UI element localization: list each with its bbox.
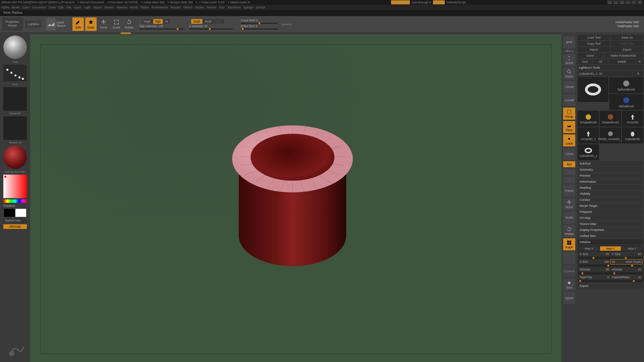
menu-macro[interactable]: Macro (93, 6, 102, 9)
zadd-button[interactable]: Zadd (191, 19, 202, 24)
swatch-white[interactable] (15, 209, 26, 217)
export-button[interactable]: Export (611, 47, 643, 52)
rgb-button[interactable]: Rgb (153, 19, 163, 24)
tool-thumb-alphabrush[interactable]: AlphaBrush (609, 94, 643, 110)
cylinder-mesh[interactable] (232, 105, 353, 273)
section-export[interactable]: Export (578, 283, 643, 289)
menu-zplugin[interactable]: Zplugin (244, 6, 254, 9)
close-button[interactable]: ✕ (637, 0, 643, 4)
hue-slider[interactable] (3, 199, 27, 203)
seethrough-slider[interactable]: See-through 0 (412, 1, 431, 4)
solo-button[interactable]: Solo (563, 279, 575, 291)
dynamic-button[interactable]: Dynamic (563, 265, 575, 277)
hdivide-param[interactable]: HDivide35 (579, 267, 610, 272)
import-button[interactable]: Import (578, 47, 610, 52)
lightbox-tools-header[interactable]: Lightbox> Tools (578, 65, 643, 70)
minimize-button[interactable]: — (625, 0, 631, 4)
m-button[interactable]: M (163, 19, 170, 24)
lightbox-button[interactable]: LightBox (25, 21, 42, 27)
tool-thumb-arrow3d[interactable]: Arrow3D (622, 111, 643, 127)
spix-label[interactable]: SPix 3 (565, 50, 573, 53)
material-preview[interactable] (3, 145, 27, 169)
copy-tool-button[interactable]: Copy Tool (578, 41, 610, 46)
bpr-button[interactable]: BPR (563, 36, 575, 48)
section-masking[interactable]: Masking (578, 185, 643, 190)
goz-visible-button[interactable]: Visible (608, 59, 635, 64)
aahalf-button[interactable]: AAHalf (563, 94, 575, 106)
tool-thumb-arrow3d-1[interactable]: Arrow3D_1 (578, 127, 599, 143)
window-button[interactable]: ▢ (619, 0, 625, 4)
menu-file[interactable]: File (66, 6, 71, 9)
rotate-nav-button[interactable]: Rotate (563, 225, 575, 237)
switchcolor-button[interactable]: SwitchColor (3, 218, 27, 223)
window-button[interactable]: ▢ (607, 0, 612, 4)
y-size-param[interactable]: Y Size50 (611, 252, 642, 256)
save-as-button[interactable]: Save As (611, 35, 643, 40)
projection-master-button[interactable]: Projection Master (2, 17, 23, 31)
menu-marker[interactable]: Marker (104, 6, 114, 9)
quicksave-button[interactable]: QuickSave (391, 0, 410, 4)
r-button-2[interactable]: R (633, 71, 643, 76)
edit-mode-button[interactable]: Edit (72, 17, 84, 31)
tool-thumb-cylinder3d-1[interactable]: Cylinder3D_1 (578, 144, 599, 160)
inner-radius-param[interactable]: 68Inner Radiu (611, 259, 642, 264)
menu-edit[interactable]: Edit (58, 6, 64, 9)
menu-layer[interactable]: Layer (74, 6, 82, 9)
section-display-properties[interactable]: Display Properties (578, 227, 643, 233)
local-button[interactable]: Local (563, 134, 575, 146)
r-button[interactable]: R (636, 59, 643, 64)
persp-button[interactable]: Persp (563, 108, 575, 120)
section-morph-target[interactable]: Morph Target (578, 203, 643, 208)
menu-stencil[interactable]: Stencil (183, 6, 192, 9)
alpha-preview[interactable] (3, 87, 27, 111)
zoom-button[interactable]: Zoom (563, 67, 575, 79)
xpose-button[interactable]: Xpose (563, 292, 575, 304)
section-uv-map[interactable]: UV Map (578, 215, 643, 221)
tool-thumb-cylinder3d[interactable]: Cylinder3D (622, 127, 643, 143)
section-unified-skin[interactable]: Unified Skin (578, 233, 643, 239)
clone-button[interactable]: Clone (578, 53, 603, 58)
menu-draw[interactable]: Draw (49, 6, 56, 9)
menu-preferences[interactable]: Preferences (152, 6, 168, 9)
menu-material[interactable]: Material (116, 6, 127, 9)
scale-nav-button[interactable]: Scale (563, 212, 575, 224)
actual-button[interactable]: Actual (563, 81, 575, 93)
quicksketch-icon[interactable] (46, 18, 56, 31)
swatch-black[interactable] (4, 209, 15, 217)
window-button[interactable]: ▢ (613, 0, 619, 4)
stroke-preview[interactable] (3, 65, 27, 81)
rotate-mode-button[interactable]: Rotate (123, 17, 135, 31)
section-initialize[interactable]: Initialize (578, 239, 643, 245)
menu-light[interactable]: Light (84, 6, 91, 9)
defaultscript-button[interactable]: DefaultZScript (447, 1, 466, 4)
menu-brush[interactable]: Brush (12, 6, 20, 9)
rgb-intensity-slider[interactable] (177, 28, 178, 30)
frame-button[interactable]: Frame (563, 185, 575, 197)
goz-all-button[interactable]: All (593, 59, 608, 64)
menu-render[interactable]: Render (171, 6, 181, 9)
lsym-button[interactable]: LSym (563, 148, 575, 160)
draw-size-slider[interactable] (242, 28, 244, 30)
section-visibility[interactable]: Visibility (578, 191, 643, 196)
ghost-button[interactable] (563, 252, 575, 264)
align-x-button[interactable]: Align X (579, 246, 599, 251)
menus-button[interactable]: Menus (433, 0, 445, 4)
load-tool-button[interactable]: Load Tool (578, 35, 610, 40)
menu-movie[interactable]: Movie (130, 6, 138, 9)
floor-button[interactable]: Floor (563, 121, 575, 133)
color-picker[interactable] (3, 175, 27, 198)
focal-shift-slider[interactable] (259, 22, 260, 24)
alternate-button[interactable]: Alternate (3, 224, 27, 229)
section-polypaint[interactable]: Polypaint (578, 209, 643, 215)
x-size-param[interactable]: X Size50 (579, 252, 610, 256)
dot-button[interactable]: • (563, 169, 575, 175)
make-polymesh-button[interactable]: Make PolyMesh3D (603, 53, 643, 58)
circle-button[interactable]: ○ (563, 177, 575, 183)
goz-button[interactable]: GoZ (578, 59, 592, 64)
menu-tool[interactable]: Tool (219, 6, 225, 9)
canvas[interactable] (30, 34, 561, 362)
section-geometry[interactable]: Geometry (578, 167, 643, 172)
menu-color[interactable]: Color (22, 6, 30, 9)
scale-mode-button[interactable]: Scale (111, 17, 122, 31)
tool-thumb-simplebrush[interactable]: SimpleBrush (578, 111, 599, 127)
